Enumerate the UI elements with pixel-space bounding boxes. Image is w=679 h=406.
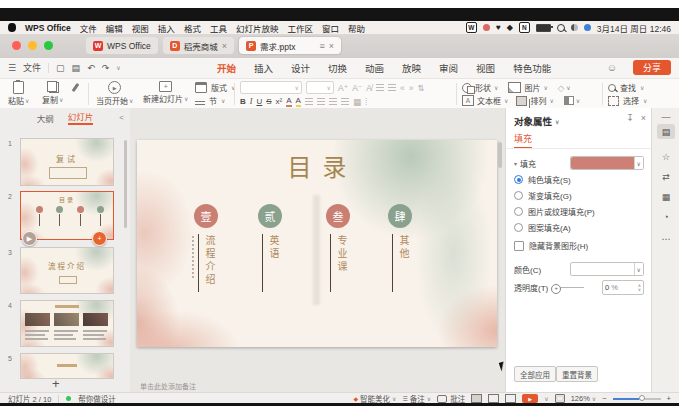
font-size-select[interactable]: ∨ [306,81,334,94]
paste-button[interactable]: 粘贴∨ [8,81,29,106]
zoom-level-button[interactable]: 126% ∨ [571,394,597,403]
add-slide-overlay-button[interactable]: + [92,231,107,246]
shapes-button[interactable]: 形状∨ [462,82,498,93]
notes-placeholder[interactable]: 单击此处添加备注 [140,381,196,391]
print-icon[interactable]: ▤ [72,63,81,73]
tab-transitions[interactable]: 切换 [319,58,356,78]
pin-panel-icon[interactable]: ↧ [626,113,634,123]
underline-button[interactable]: U [256,97,262,106]
undo-icon[interactable]: ↶ [87,63,95,73]
menu-item-file[interactable]: 文件 [80,22,97,34]
close-document-tab-icon[interactable]: × [329,41,334,51]
control-center-icon[interactable] [571,24,578,31]
align-center-icon[interactable] [317,98,325,105]
tab-document[interactable]: P 需求.pptx ≡ × [239,37,341,54]
option-solid-fill[interactable]: 纯色填充(S) [514,174,644,185]
wordart-button[interactable]: ◇∨ [558,83,571,93]
layout-button[interactable]: 版式∨ [195,82,235,93]
slide-sorter-view-icon[interactable] [488,394,499,403]
apply-all-button[interactable]: 全部应用 [514,366,556,382]
arrange-button[interactable]: 排列∨ [516,95,553,106]
share-button[interactable]: 分享 [633,60,671,75]
tab-menu-icon[interactable]: ≡ [320,41,325,51]
feedback-smiley-icon[interactable]: ☺ [607,62,617,73]
option-gradient-fill[interactable]: 渐变填充(G) [514,190,644,201]
color-dropdown[interactable]: ∨ [570,262,644,276]
fill-swatch-chevron[interactable]: ∨ [634,157,643,169]
font-color-button[interactable]: A [286,96,291,107]
font-family-select[interactable]: ∨ [240,81,302,94]
tab-slideshow[interactable]: 放映 [393,58,430,78]
menu-item-window[interactable]: 窗口 [322,22,339,34]
slide-thumbnail-3[interactable]: 流程介绍 [20,247,114,294]
slide-thumbnail-1[interactable]: 复试 [20,138,114,186]
format-painter-button[interactable] [74,81,77,92]
option-picture-fill[interactable]: 图片或纹理填充(P) [514,206,644,217]
highlight-color-button[interactable]: A [296,96,301,107]
play-slide-button[interactable]: ▶ [22,231,37,246]
line-spacing-icon[interactable]: ⇅ [417,83,424,93]
color-dropdown-chevron[interactable]: ∨ [634,263,643,275]
tab-home[interactable]: 开始 [208,58,245,78]
option-hide-background[interactable]: 隐藏背景图形(H) [514,240,644,251]
animation-pane-icon[interactable]: ⇄ [662,172,670,182]
slideshow-play-button[interactable]: ▶ [522,394,538,403]
canvas-scrollbar[interactable] [498,142,502,168]
sparkle-status-icon[interactable]: ◆ [507,23,513,32]
tab-insert[interactable]: 插入 [245,58,282,78]
tab-list-chevron[interactable]: ∨ [278,43,283,51]
zoom-in-button[interactable]: + [667,394,671,403]
transparency-input[interactable]: 0 % ∧∨ [602,280,644,295]
tab-animation[interactable]: 动画 [356,58,393,78]
tab-special-features[interactable]: 特色功能 [504,58,560,78]
strikethrough-button[interactable]: S [266,97,271,106]
battery-icon[interactable] [536,24,551,32]
textbox-button[interactable]: A 文本框∨ [462,95,508,106]
align-right-icon[interactable] [329,98,337,105]
decrease-font-icon[interactable]: A⁻ [352,83,362,93]
text-direction-icon[interactable]: ⁞ [365,97,367,107]
menu-item-edit[interactable]: 编辑 [106,22,123,34]
close-window-button[interactable] [12,41,21,50]
redo-icon[interactable]: ↷ [102,63,110,73]
tab-docer-store[interactable]: D 稻壳商城 × [163,37,234,54]
toc-item-4[interactable]: 肆 其他 [380,140,420,300]
zoom-out-button[interactable]: − [602,394,606,403]
tab-slides[interactable]: 幻灯片 [68,110,94,125]
tab-design[interactable]: 设计 [282,58,319,78]
wps-status-icon[interactable]: W [466,22,477,33]
slide-thumbnail-4[interactable] [20,300,114,347]
tab-outline[interactable]: 大纲 [37,112,54,124]
slide-editor[interactable]: 目录 壹 流程介绍 贰 英语 叁 专业课 肆 其他 [137,140,497,347]
numbering-icon[interactable] [388,84,396,91]
save-icon[interactable]: ▢ [56,63,65,73]
search-icon[interactable] [557,24,565,32]
transparency-slider[interactable]: + [554,287,584,288]
columns-icon[interactable]: ▦ [353,97,361,107]
menu-item-format[interactable]: 格式 [184,22,201,34]
bullets-icon[interactable] [376,84,384,91]
find-button[interactable]: 查找∨ [608,82,647,93]
menu-item-insert[interactable]: 插入 [158,22,175,34]
new-slide-button[interactable]: + 新建幻灯片∨ [143,81,188,104]
close-tab-icon[interactable]: × [222,41,227,51]
radio-picture-fill[interactable] [514,207,523,216]
add-slide-button[interactable]: + [52,376,60,391]
option-pattern-fill[interactable]: 图案填充(A) [514,222,644,233]
align-left-icon[interactable] [305,98,313,105]
play-from-current-button[interactable]: ▶ 当页开始∨ [96,81,133,106]
app-status-icon[interactable] [483,24,490,31]
superscript-button[interactable]: x² [276,97,283,106]
more-panels-icon[interactable]: ⋯ [662,234,671,244]
play-options-chevron[interactable]: ∨ [544,395,548,402]
normal-view-icon[interactable] [471,394,482,403]
align-justify-icon[interactable] [341,98,349,105]
fill-tab[interactable]: 填充 [514,132,532,149]
picture-button[interactable]: 图片∨ [508,82,547,93]
object-properties-icon[interactable]: ▤ [657,124,675,139]
toc-item-2[interactable]: 贰 英语 [250,140,290,300]
slide-thumbnail-5[interactable] [20,353,114,379]
section-button[interactable]: 节∨ [195,95,235,106]
history-icon[interactable]: ◔ [663,212,668,222]
main-menu-icon[interactable]: ☰ [8,63,16,73]
